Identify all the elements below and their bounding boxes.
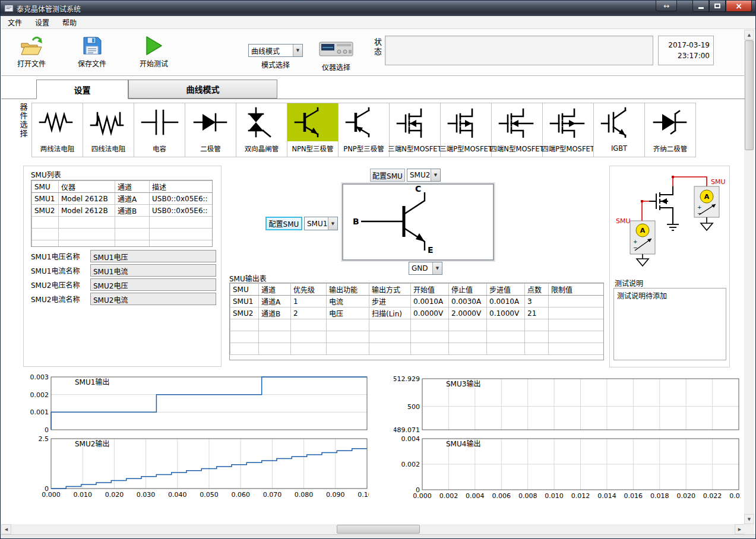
horizontal-scrollbar[interactable]: ◀ ▶	[1, 524, 745, 534]
smu-left-select[interactable]: SMU1 ▼	[304, 217, 338, 230]
field-input[interactable]: SMU2电压	[90, 278, 216, 291]
svg-text:512.929: 512.929	[394, 375, 420, 383]
device-selector-label: 器件选择	[17, 103, 29, 157]
instrument-select-group[interactable]: 仪器选择	[319, 38, 353, 72]
device-item-pnp-transistor[interactable]: PNP型三极管	[338, 103, 390, 157]
column-header: 限制值	[549, 284, 605, 296]
menu-item-help[interactable]: 帮助	[56, 15, 83, 29]
menu-item-settings[interactable]: 设置	[29, 15, 56, 29]
svg-text:0.010: 0.010	[73, 491, 92, 499]
svg-text:+: +	[633, 239, 638, 245]
table-cell: 21	[525, 307, 549, 319]
close-button[interactable]: ×	[726, 1, 752, 12]
device-item-mosfet-p-3[interactable]: 三端P型MOSFET	[440, 103, 492, 157]
mode-select[interactable]: 曲线模式 ▼	[248, 44, 303, 57]
tab-settings[interactable]: 设置	[36, 80, 128, 99]
smu-output-title: SMU输出表	[229, 273, 267, 283]
scroll-right-button[interactable]: ▶	[735, 524, 745, 534]
smu-list-title: SMU列表	[31, 169, 61, 179]
field-input[interactable]: SMU1电流	[90, 264, 216, 277]
open-file-button[interactable]: 打开文件	[11, 34, 52, 68]
scroll-down-button[interactable]: ▼	[744, 514, 754, 524]
titlebar[interactable]: 泰克晶体管测试系统 ↔ ×	[1, 1, 755, 16]
device-item-resistor-4wire[interactable]: 四线法电阻	[83, 103, 134, 157]
svg-text:0.002: 0.002	[401, 461, 420, 468]
test-description-title: 测试说明	[615, 278, 643, 288]
device-item-mosfet-n-4[interactable]: 四端N型MOSFET	[491, 103, 543, 157]
device-item-diode[interactable]: 二极管	[185, 103, 236, 157]
status-label: 状态	[372, 38, 383, 57]
svg-text:0.002: 0.002	[439, 492, 458, 500]
chevron-down-icon[interactable]: ▼	[431, 169, 440, 181]
svg-text:0.040: 0.040	[168, 491, 187, 499]
table-row[interactable]: SMU2Model 2612B通道BUSB0::0x05E6::	[32, 205, 213, 217]
device-item-npn-transistor[interactable]: NPN型三极管	[287, 103, 339, 157]
terminal-emitter-label: E	[428, 245, 434, 255]
app-window: 泰克晶体管测试系统 ↔ × 文件设置帮助 打开文件	[0, 0, 756, 539]
table-cell: SMU1	[32, 193, 59, 205]
scroll-up-button[interactable]: ▲	[744, 30, 754, 40]
table-cell: 0.0010A	[487, 296, 525, 307]
svg-text:SMU2输出: SMU2输出	[75, 439, 109, 448]
table-row[interactable]: SMU1Model 2612B通道AUSB0::0x05E6::	[32, 193, 213, 205]
svg-text:+: +	[697, 204, 702, 210]
svg-text:SMU4输出: SMU4输出	[446, 439, 480, 448]
device-item-zener-diode[interactable]: 齐纳二极管	[644, 103, 696, 157]
table-cell: 电流	[327, 296, 369, 307]
window-bottom-frame	[1, 534, 755, 538]
chevron-down-icon[interactable]: ▼	[293, 45, 302, 56]
table-cell: Model 2612B	[59, 193, 115, 205]
field-input[interactable]: SMU1电压	[90, 250, 216, 262]
gnd-select[interactable]: GND ▼	[409, 262, 442, 275]
chevron-down-icon[interactable]: ▼	[328, 217, 337, 230]
vertical-scrollbar-thumb[interactable]	[745, 40, 754, 150]
smu-top-select[interactable]: SMU2 ▼	[407, 169, 441, 182]
device-item-mosfet-n-3[interactable]: 三端N型MOSFET	[389, 103, 441, 157]
column-header: 步进值	[487, 284, 525, 296]
device-item-triac[interactable]: 双向晶闸管	[236, 103, 287, 157]
toolbar: 打开文件 保存文件 开始测试 曲线模式 ▼	[1, 30, 745, 76]
svg-text:0.090: 0.090	[326, 491, 345, 499]
field-input[interactable]: SMU2电流	[90, 293, 216, 305]
vertical-scrollbar[interactable]: ▲ ▼	[744, 30, 754, 524]
minimize-button[interactable]	[692, 1, 709, 12]
device-item-resistor-2wire[interactable]: 两线法电阻	[31, 103, 83, 157]
svg-text:0.000: 0.000	[42, 491, 61, 499]
table-cell: 3	[525, 296, 549, 307]
device-item-mosfet-p-4[interactable]: 四端P型MOSFET	[542, 103, 594, 157]
smu-output-table[interactable]: SMU通道优先级输出功能输出方式开始值停止值步进值点数限制值SMU1通道A1电流…	[229, 283, 604, 360]
config-smu-left-button[interactable]: 配置SMU	[265, 217, 302, 230]
svg-text:0.000: 0.000	[413, 492, 432, 500]
svg-text:0.100: 0.100	[358, 491, 369, 499]
start-test-button[interactable]: 开始测试	[133, 34, 175, 68]
device-item-capacitor[interactable]: 电容	[134, 103, 185, 157]
gnd-select-value: GND	[409, 264, 432, 272]
smu-list-table[interactable]: SMU仪器通道描述SMU1Model 2612B通道AUSB0::0x05E6:…	[31, 180, 213, 247]
window-arrows-button[interactable]: ↔	[656, 1, 677, 11]
menu-item-file[interactable]: 文件	[1, 15, 29, 29]
table-row[interactable]: SMU1通道A1电流步进0.0010A0.0030A0.0010A3	[230, 296, 605, 307]
table-cell: 通道A	[259, 296, 291, 307]
device-item-igbt[interactable]: IGBT	[593, 103, 645, 157]
column-header: 仪器	[59, 181, 115, 193]
maximize-button[interactable]	[709, 1, 726, 12]
name-field-row: SMU1电流名称SMU1电流	[31, 264, 216, 277]
svg-text:0.020: 0.020	[676, 492, 695, 500]
config-smu-top-button[interactable]: 配置SMU	[370, 169, 405, 182]
save-file-label: 保存文件	[78, 58, 106, 68]
device-item-label: 双向晶闸管	[245, 141, 279, 156]
scroll-left-button[interactable]: ◀	[1, 524, 11, 534]
save-file-button[interactable]: 保存文件	[71, 34, 113, 68]
svg-text:0.003: 0.003	[30, 373, 49, 381]
table-cell	[549, 296, 605, 307]
svg-text:0.016: 0.016	[624, 492, 643, 500]
save-file-icon	[82, 34, 102, 57]
chevron-down-icon[interactable]: ▼	[432, 262, 442, 274]
svg-text:0.012: 0.012	[571, 492, 590, 500]
horizontal-scrollbar-thumb[interactable]	[337, 525, 420, 534]
pnp-transistor-icon	[339, 103, 389, 141]
status-box	[385, 36, 653, 65]
table-row[interactable]: SMU2通道B2电压扫描(Lin)0.0000V2.0000V0.1000V21	[230, 307, 605, 319]
test-description-box[interactable]: 测试说明待添加	[613, 288, 726, 360]
tab-curve-mode[interactable]: 曲线模式	[128, 80, 277, 99]
